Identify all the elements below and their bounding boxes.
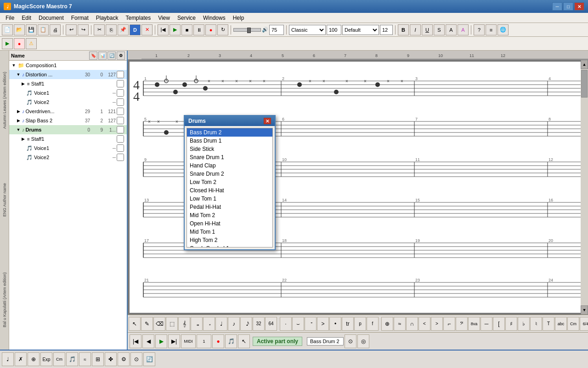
tree-icon-4[interactable]: ⚙: [117, 52, 125, 60]
nb-select-btn[interactable]: ⬚: [166, 317, 178, 331]
nb-eraser-btn[interactable]: ⌫: [153, 317, 165, 331]
menu-windows[interactable]: Windows: [199, 14, 229, 22]
drum-item-3[interactable]: Snare Drum 1: [187, 153, 272, 161]
nb-cres-btn[interactable]: <: [418, 317, 430, 331]
bt-back-btn[interactable]: |◀: [130, 334, 141, 348]
drums-dialog-close-button[interactable]: ✕: [264, 118, 271, 124]
nb-64th-btn[interactable]: 64: [265, 317, 277, 331]
scroll-thumb[interactable]: [581, 70, 588, 98]
zoom-input[interactable]: [327, 25, 341, 35]
nb-chord-btn[interactable]: ⊕: [381, 317, 393, 331]
tree-check-staff1-drums[interactable]: [117, 135, 124, 143]
drums-list[interactable]: Bass Drum 2 Bass Drum 1 Side Stick Snare…: [187, 128, 273, 247]
tree-row-staff1-dist[interactable]: ▶ ≡ Staff1: [9, 79, 127, 88]
nb-arp-btn[interactable]: ≈: [394, 317, 406, 331]
record-button[interactable]: ●: [205, 24, 216, 35]
nb-accent-btn[interactable]: >: [317, 317, 329, 331]
tree-row-drums[interactable]: ▼ ♪ Drums 0 9 1...: [9, 125, 127, 134]
bt-play-btn[interactable]: ▶: [155, 334, 167, 348]
drum-item-11[interactable]: Open Hi-Hat: [187, 219, 272, 228]
drum-item-1[interactable]: Bass Drum 1: [187, 137, 272, 145]
web-button[interactable]: 🌐: [498, 24, 509, 35]
bt-extra2-btn[interactable]: ◎: [357, 334, 369, 348]
nb-line-btn[interactable]: ─: [481, 317, 492, 331]
tree-check-voice2-drums[interactable]: [117, 154, 124, 161]
drum-item-4[interactable]: Hand Clap: [187, 161, 272, 170]
minimize-button[interactable]: ─: [552, 2, 562, 11]
menu-templates[interactable]: Templates: [122, 14, 154, 22]
nb-bracket-btn[interactable]: [: [493, 317, 505, 331]
nb-f-btn[interactable]: f: [367, 317, 379, 331]
tree-row-staff1-drums[interactable]: ▶ ≡ Staff1: [9, 134, 127, 144]
bt-1-btn[interactable]: 1: [197, 334, 211, 348]
stop-button[interactable]: ■: [181, 24, 192, 35]
tree-row-voice1-drums[interactable]: 🎵 Voice1 ─: [9, 144, 127, 153]
tree-icon-2[interactable]: 📊: [98, 52, 107, 60]
print-button[interactable]: 🖨: [50, 24, 61, 35]
tree-icon-1[interactable]: 🔖: [89, 52, 97, 60]
bnb-note8[interactable]: ⊞: [92, 352, 104, 366]
bt-rec-btn[interactable]: ●: [212, 334, 224, 348]
tree-check-slapbass[interactable]: [117, 117, 124, 124]
rec-red-button[interactable]: ●: [14, 38, 25, 49]
nb-text-btn[interactable]: T: [543, 317, 554, 331]
drum-item-2[interactable]: Side Stick: [187, 145, 272, 153]
nb-8va-btn[interactable]: 8va: [468, 317, 480, 331]
tree-check-distortion[interactable]: [117, 71, 124, 78]
bnb-note11[interactable]: ⊙: [130, 352, 142, 366]
play-button[interactable]: ▶: [170, 24, 181, 35]
underline-button[interactable]: U: [422, 24, 433, 35]
drum-item-8[interactable]: Low Tom 1: [187, 195, 272, 203]
bt-step-fwd-btn[interactable]: ▶|: [168, 334, 180, 348]
open-button[interactable]: 📂: [14, 24, 25, 35]
menu-format[interactable]: Format: [68, 14, 92, 22]
paste-button[interactable]: 📌: [118, 24, 129, 35]
strikethrough-button[interactable]: S: [434, 24, 445, 35]
menu-view[interactable]: View: [154, 14, 174, 22]
loop-button[interactable]: ↻: [217, 24, 228, 35]
nb-rest-btn[interactable]: 𝄻: [305, 317, 317, 331]
start-button[interactable]: |◀: [158, 24, 169, 35]
drum-item-0[interactable]: Bass Drum 2: [187, 128, 272, 137]
d-button[interactable]: D: [130, 24, 141, 35]
warning-button[interactable]: ⚠: [26, 38, 37, 49]
save-as-button[interactable]: 📋: [38, 24, 49, 35]
bt-midi-btn[interactable]: MIDI: [181, 334, 196, 348]
nb-flat-btn[interactable]: ♭: [518, 317, 530, 331]
nb-sharp-btn[interactable]: ♯: [505, 317, 517, 331]
bnb-note9[interactable]: ✤: [105, 352, 117, 366]
style-select[interactable]: Classic: [289, 25, 326, 35]
bnb-note4[interactable]: Exp: [40, 352, 52, 366]
tree-row-composition[interactable]: ▼ 📁 Composition1: [9, 61, 127, 70]
drum-item-10[interactable]: Mid Tom 2: [187, 211, 272, 219]
nb-chord-sym-btn[interactable]: Cm: [567, 317, 579, 331]
volume-slider[interactable]: [233, 28, 261, 32]
bnb-note1[interactable]: ♩: [2, 352, 14, 366]
play-green-button[interactable]: ▶: [2, 38, 13, 49]
bold-button[interactable]: B: [398, 24, 409, 35]
nb-half-btn[interactable]: 𝅗: [203, 317, 215, 331]
tree-icon-3[interactable]: 🔄: [107, 52, 116, 60]
bt-step-back-btn[interactable]: ◀: [142, 334, 154, 348]
bt-extra1-btn[interactable]: ⊙: [345, 334, 356, 348]
nb-natural-btn[interactable]: ♮: [530, 317, 542, 331]
drum-item-13[interactable]: High Tom 2: [187, 236, 272, 244]
nb-trill-btn[interactable]: tr: [342, 317, 354, 331]
nb-fig-btn[interactable]: 6/4: [580, 317, 588, 331]
nb-tie-btn[interactable]: ⌣: [292, 317, 304, 331]
redo-button[interactable]: ↪: [78, 24, 89, 35]
tree-check-drums[interactable]: [117, 126, 124, 133]
nb-slur-btn[interactable]: ∩: [406, 317, 418, 331]
tree-check-overdriven[interactable]: [117, 108, 124, 115]
bnb-note5[interactable]: Cm: [53, 352, 65, 366]
tree-check-staff1[interactable]: [117, 80, 124, 87]
bnb-note6[interactable]: 🎵: [66, 352, 78, 366]
nb-decres-btn[interactable]: >: [431, 317, 443, 331]
tempo-input[interactable]: 75: [269, 25, 284, 35]
tree-row-voice1-dist[interactable]: 🎵 Voice1 ─: [9, 88, 127, 98]
new-button[interactable]: 📄: [2, 24, 13, 35]
vertical-scrollbar[interactable]: ▲ ▼: [581, 60, 588, 315]
drum-item-12[interactable]: Mid Tom 1: [187, 228, 272, 236]
menu-playback[interactable]: Playback: [92, 14, 122, 22]
drum-item-5[interactable]: Snare Drum 2: [187, 170, 272, 178]
